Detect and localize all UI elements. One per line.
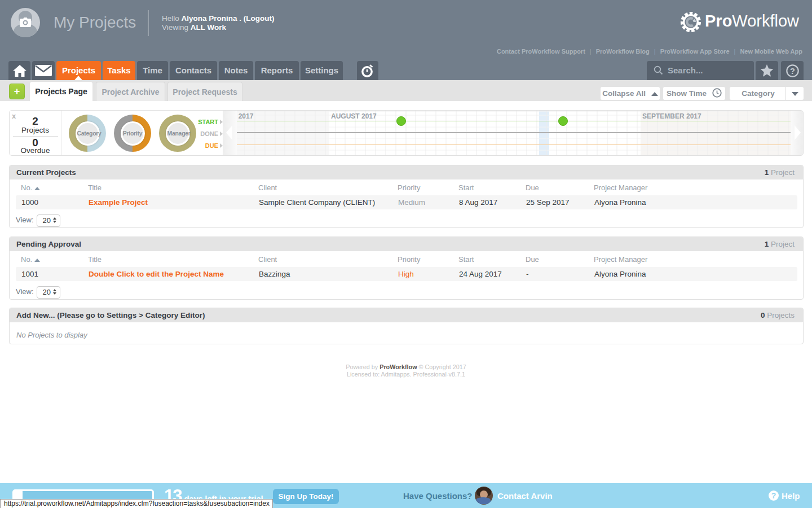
- svg-text:?: ?: [790, 67, 795, 76]
